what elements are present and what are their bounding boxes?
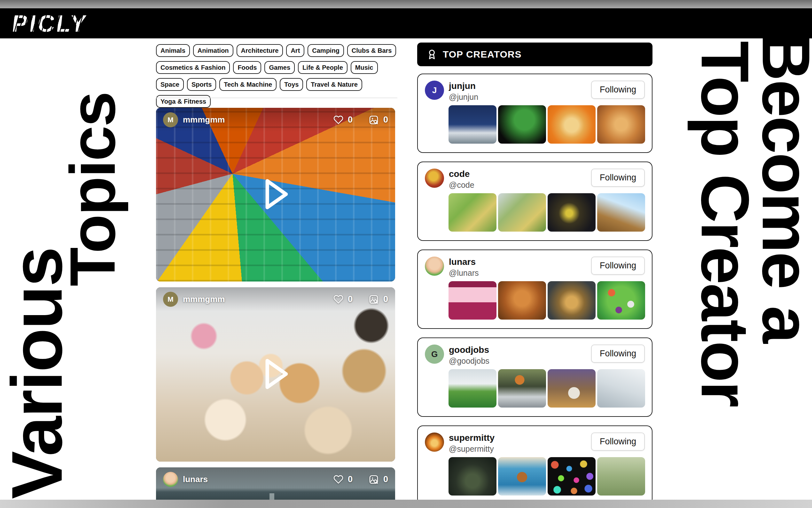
creator-thumbnails bbox=[448, 281, 645, 320]
topic-chip-life-people[interactable]: Life & People bbox=[298, 61, 347, 74]
topic-chip-camping[interactable]: Camping bbox=[307, 44, 344, 57]
post-header: lunars00 bbox=[156, 467, 395, 491]
post-author-avatar[interactable]: M bbox=[163, 292, 178, 307]
horizontal-scrollbar[interactable] bbox=[0, 500, 812, 508]
topic-chip-animals[interactable]: Animals bbox=[156, 44, 190, 57]
topics-divider bbox=[156, 97, 397, 98]
play-icon[interactable] bbox=[259, 356, 292, 392]
creator-name[interactable]: goodjobs bbox=[449, 344, 489, 355]
thumb-game-map-girl-green[interactable] bbox=[448, 193, 496, 231]
thumb-futsal-kick[interactable] bbox=[547, 369, 595, 408]
thumb-food-platter[interactable] bbox=[597, 105, 645, 144]
right-banner-line-1: Become a bbox=[758, 32, 812, 499]
post-stats: 00 bbox=[333, 294, 388, 304]
topic-chip-music[interactable]: Music bbox=[351, 61, 378, 74]
post-author-name[interactable]: mmmgmm bbox=[183, 294, 225, 304]
following-button-supermitty[interactable]: Following bbox=[591, 432, 645, 451]
topic-chip-sports[interactable]: Sports bbox=[187, 78, 216, 91]
creator-handle: @goodjobs bbox=[449, 356, 489, 366]
creator-name[interactable]: supermitty bbox=[449, 432, 494, 443]
topic-chip-tech-machine[interactable]: Tech & Machine bbox=[219, 78, 277, 91]
creator-names: supermitty@supermitty bbox=[449, 432, 494, 454]
following-button-goodjobs[interactable]: Following bbox=[591, 344, 645, 363]
image-search-icon[interactable] bbox=[369, 474, 379, 484]
creator-names: code@code bbox=[449, 169, 474, 190]
creator-handle: @supermitty bbox=[449, 444, 494, 454]
thumb-sky-ship[interactable] bbox=[597, 193, 645, 231]
post-author-name[interactable]: lunars bbox=[183, 474, 208, 484]
heart-icon[interactable] bbox=[333, 294, 343, 304]
thumb-rocket-launch[interactable] bbox=[448, 105, 496, 144]
creator-avatar-supermitty[interactable] bbox=[425, 432, 444, 452]
brand-logo[interactable]: PICLY bbox=[11, 10, 89, 37]
image-search-icon[interactable] bbox=[369, 294, 379, 304]
top-creators-header: TOP CREATORS bbox=[417, 43, 653, 66]
feed: Mmmmgmm00Mmmmgmm00lunars00 bbox=[156, 108, 395, 508]
thumb-pizza[interactable] bbox=[547, 105, 595, 144]
creator-name[interactable]: code bbox=[449, 169, 474, 179]
creator-card-header-row: Ggoodjobs@goodjobsFollowing bbox=[425, 344, 645, 366]
creator-handle: @lunars bbox=[449, 268, 479, 278]
top-gray-strip bbox=[0, 0, 812, 8]
creator-avatar-lunars[interactable] bbox=[425, 257, 444, 276]
creator-card-goodjobs: Ggoodjobs@goodjobsFollowing bbox=[417, 338, 653, 417]
topic-chip-cosmetics-fashion[interactable]: Cosmetics & Fashion bbox=[156, 61, 230, 74]
thumb-golf-swing[interactable] bbox=[448, 369, 496, 408]
post-author-name[interactable]: mmmgmm bbox=[183, 115, 225, 125]
creator-name[interactable]: lunars bbox=[449, 257, 479, 267]
creator-avatar-code[interactable] bbox=[425, 169, 444, 188]
topic-chip-travel-nature[interactable]: Travel & Nature bbox=[306, 78, 362, 91]
thumb-bbq-grill[interactable] bbox=[498, 281, 546, 320]
thumb-basketball-hoop[interactable] bbox=[498, 369, 546, 408]
topic-chip-architecture[interactable]: Architecture bbox=[237, 44, 283, 57]
creator-names: lunars@lunars bbox=[449, 257, 479, 278]
following-button-junjun[interactable]: Following bbox=[591, 81, 645, 99]
creator-avatar-goodjobs[interactable]: G bbox=[425, 344, 444, 364]
thumb-deer-forest[interactable] bbox=[448, 457, 496, 496]
image-search-icon[interactable] bbox=[369, 115, 379, 125]
following-button-code[interactable]: Following bbox=[591, 169, 645, 187]
topic-chip-foods[interactable]: Foods bbox=[233, 61, 261, 74]
thumb-pancakes[interactable] bbox=[547, 281, 595, 320]
topic-chip-clubs-bars[interactable]: Clubs & Bars bbox=[347, 44, 396, 57]
left-banner-text: Various Topics bbox=[9, 42, 120, 499]
topic-chip-animation[interactable]: Animation bbox=[193, 44, 233, 57]
post-author-avatar[interactable]: M bbox=[163, 112, 178, 127]
thumb-bakery-cartoon[interactable] bbox=[448, 281, 496, 320]
creator-thumbnails bbox=[448, 193, 645, 231]
thumb-dog-beach[interactable] bbox=[498, 457, 546, 496]
topic-chip-space[interactable]: Space bbox=[156, 78, 184, 91]
creator-names: goodjobs@goodjobs bbox=[449, 344, 489, 366]
post-author-avatar[interactable] bbox=[163, 472, 178, 487]
award-icon bbox=[426, 49, 438, 60]
heart-icon[interactable] bbox=[333, 115, 343, 125]
creator-card-header-row: supermitty@supermittyFollowing bbox=[425, 432, 645, 454]
collection-count: 0 bbox=[383, 294, 388, 304]
play-button[interactable] bbox=[259, 356, 292, 393]
creator-avatar-junjun[interactable]: J bbox=[425, 81, 444, 100]
creator-names: junjun@junjun bbox=[449, 81, 478, 102]
page: PICLY Various Topics Become a Top Creato… bbox=[0, 0, 812, 508]
creator-card-junjun: Jjunjun@junjunFollowing bbox=[417, 74, 653, 153]
top-creators-title: TOP CREATORS bbox=[443, 49, 522, 60]
play-button[interactable] bbox=[259, 176, 292, 214]
topic-chip-toys[interactable]: Toys bbox=[280, 78, 303, 91]
topic-chip-art[interactable]: Art bbox=[286, 44, 304, 57]
following-button-lunars[interactable]: Following bbox=[591, 257, 645, 275]
creator-card-header-row: code@codeFollowing bbox=[425, 169, 645, 190]
like-count: 0 bbox=[348, 294, 352, 304]
thumb-paw-prints[interactable] bbox=[547, 457, 595, 496]
creator-name[interactable]: junjun bbox=[449, 81, 478, 91]
feed-post: Mmmmgmm00 bbox=[156, 287, 395, 462]
thumb-ski-slope[interactable] bbox=[597, 369, 645, 408]
top-creators-panel: TOP CREATORS Jjunjun@junjunFollowingcode… bbox=[417, 43, 653, 508]
play-icon[interactable] bbox=[259, 176, 292, 212]
heart-icon[interactable] bbox=[333, 474, 343, 484]
thumb-space-shooter[interactable] bbox=[547, 193, 595, 231]
topic-chip-games[interactable]: Games bbox=[265, 61, 295, 74]
thumb-watermelon-cartoon[interactable] bbox=[498, 105, 546, 144]
topic-chip-yoga-fitness[interactable]: Yoga & Fitness bbox=[156, 95, 211, 108]
thumb-vegetables-cartoon[interactable] bbox=[597, 281, 645, 320]
thumb-game-map-girl-white[interactable] bbox=[498, 193, 546, 231]
thumb-meerkats[interactable] bbox=[597, 457, 645, 496]
